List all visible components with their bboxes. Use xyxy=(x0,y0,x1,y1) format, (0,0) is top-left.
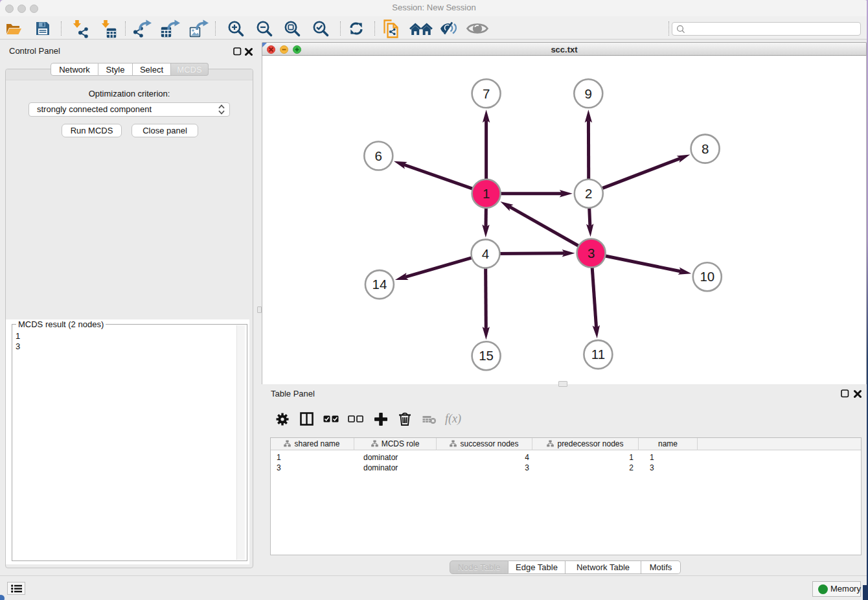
svg-text:6: 6 xyxy=(375,148,382,163)
svg-text:15: 15 xyxy=(479,348,494,363)
svg-text:14: 14 xyxy=(372,277,387,292)
svg-text:9: 9 xyxy=(585,86,592,101)
svg-text:8: 8 xyxy=(702,141,709,156)
svg-text:11: 11 xyxy=(591,347,605,362)
svg-text:3: 3 xyxy=(588,246,595,260)
svg-text:4: 4 xyxy=(482,246,489,261)
svg-text:2: 2 xyxy=(585,186,592,201)
svg-text:7: 7 xyxy=(483,86,490,101)
svg-text:1: 1 xyxy=(483,186,490,201)
svg-text:10: 10 xyxy=(700,269,714,284)
